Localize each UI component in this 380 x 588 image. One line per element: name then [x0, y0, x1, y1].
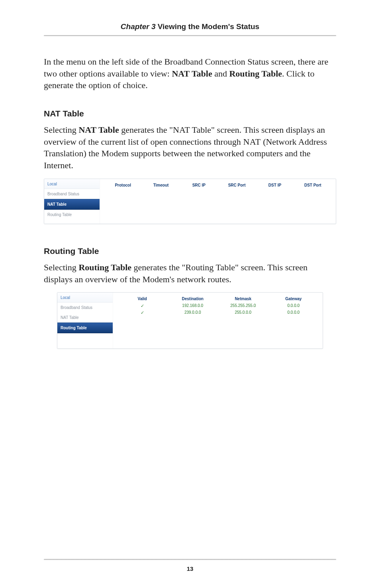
- cell-destination: 239.0.0.0: [168, 309, 218, 316]
- routing-table-area: Valid Destination Netmask Gateway ✓ 192.…: [113, 293, 323, 348]
- chapter-title: Viewing the Modem's Status: [155, 22, 259, 31]
- routing-col-gateway: Gateway: [268, 295, 319, 303]
- nat-sidebar: Local Broadband Status NAT Table Routing…: [44, 179, 100, 224]
- sidebar-item-broadband-status[interactable]: Broadband Status: [44, 189, 100, 199]
- cell-netmask: 255.255.255.0: [218, 303, 268, 309]
- routing-table-heading: Routing Table: [44, 246, 336, 256]
- cell-valid: ✓: [117, 309, 168, 316]
- routing-para-1: Selecting: [44, 262, 78, 272]
- table-row: ✓ 239.0.0.0 255.0.0.0 0.0.0.0: [117, 309, 319, 316]
- cell-valid: ✓: [117, 303, 168, 309]
- sidebar-item-nat-table[interactable]: NAT Table: [44, 199, 100, 210]
- routing-col-destination: Destination: [168, 295, 218, 303]
- chapter-label: Chapter 3: [121, 22, 156, 31]
- nat-table-area: Protocol Timeout SRC IP SRC Port DST IP …: [100, 179, 336, 224]
- nat-panel-wrap: Local Broadband Status NAT Table Routing…: [44, 179, 336, 224]
- sidebar-item-routing-table[interactable]: Routing Table: [44, 210, 100, 220]
- intro-bold-nat: NAT Table: [172, 69, 212, 79]
- intro-text-2: and: [212, 69, 229, 79]
- routing-col-valid: Valid: [117, 295, 168, 303]
- sidebar-item-routing-table-2[interactable]: Routing Table: [57, 323, 113, 333]
- table-row: ✓ 192.168.0.0 255.255.255.0 0.0.0.0: [117, 303, 319, 309]
- routing-table-header-row: Valid Destination Netmask Gateway: [117, 295, 319, 303]
- nat-col-dst-port: DST Port: [294, 181, 332, 189]
- routing-table-paragraph: Selecting Routing Table generates the "R…: [44, 262, 336, 285]
- cell-destination: 192.168.0.0: [168, 303, 218, 309]
- routing-sidebar: Local Broadband Status NAT Table Routing…: [57, 293, 113, 348]
- nat-para-bold: NAT Table: [78, 125, 119, 135]
- nat-col-src-ip: SRC IP: [180, 181, 218, 189]
- nat-table-paragraph: Selecting NAT Table generates the "NAT T…: [44, 124, 336, 171]
- routing-panel-wrap: Local Broadband Status NAT Table Routing…: [44, 292, 336, 349]
- nat-table-header-row: Protocol Timeout SRC IP SRC Port DST IP …: [104, 181, 332, 189]
- nat-table-heading: NAT Table: [44, 109, 336, 118]
- sidebar-item-broadband-status-2[interactable]: Broadband Status: [57, 303, 113, 313]
- sidebar-item-nat-table-2[interactable]: NAT Table: [57, 313, 113, 323]
- chapter-header: Chapter 3 Viewing the Modem's Status: [44, 22, 336, 31]
- nat-col-src-port: SRC Port: [218, 181, 256, 189]
- routing-panel-inner: Local Broadband Status NAT Table Routing…: [57, 293, 323, 348]
- routing-col-netmask: Netmask: [218, 295, 268, 303]
- nat-col-timeout: Timeout: [142, 181, 180, 189]
- cell-gateway: 0.0.0.0: [268, 303, 319, 309]
- cell-gateway: 0.0.0.0: [268, 309, 319, 316]
- nat-col-protocol: Protocol: [104, 181, 142, 189]
- routing-para-bold: Routing Table: [78, 262, 131, 272]
- nat-panel-inner: Local Broadband Status NAT Table Routing…: [44, 179, 336, 224]
- page-footer: 13: [0, 559, 380, 572]
- nat-para-sc: NAT: [243, 137, 261, 147]
- nat-panel: Local Broadband Status NAT Table Routing…: [44, 179, 336, 224]
- top-divider: [44, 35, 336, 36]
- page-number: 13: [0, 565, 380, 572]
- cell-netmask: 255.0.0.0: [218, 309, 268, 316]
- nat-col-dst-ip: DST IP: [256, 181, 294, 189]
- check-icon: ✓: [141, 310, 144, 315]
- nat-para-1: Selecting: [44, 125, 78, 135]
- check-icon: ✓: [141, 303, 144, 308]
- intro-bold-routing: Routing Table: [229, 69, 282, 79]
- intro-paragraph: In the menu on the left side of the Broa…: [44, 56, 336, 91]
- bottom-divider: [44, 559, 336, 560]
- page: Chapter 3 Viewing the Modem's Status In …: [0, 0, 380, 588]
- nat-sidebar-head[interactable]: Local: [44, 179, 100, 189]
- routing-panel: Local Broadband Status NAT Table Routing…: [57, 292, 323, 349]
- routing-sidebar-head[interactable]: Local: [57, 293, 113, 303]
